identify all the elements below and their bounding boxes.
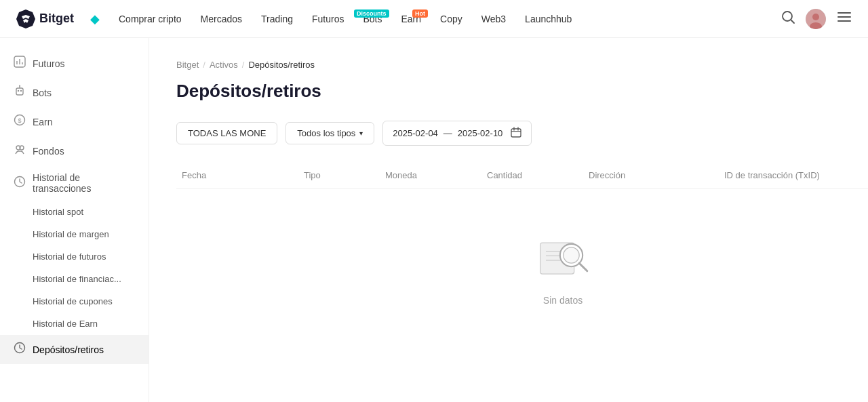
date-to: 2025-02-10 bbox=[458, 128, 503, 138]
nav-item-launchhub[interactable]: Launchhub bbox=[517, 8, 580, 30]
depositos-icon bbox=[14, 342, 26, 357]
svg-line-35 bbox=[579, 263, 587, 271]
user-avatar[interactable] bbox=[806, 9, 826, 29]
breadcrumb: Bitget / Activos / Depósitos/retiros bbox=[176, 60, 868, 70]
nav-item-earn[interactable]: Earn Hot bbox=[393, 8, 430, 30]
sidebar-subitem-historial-spot[interactable]: Historial spot bbox=[0, 201, 149, 223]
svg-point-34 bbox=[564, 247, 579, 263]
date-from: 2025-02-04 bbox=[393, 128, 438, 138]
svg-point-16 bbox=[19, 85, 20, 87]
svg-point-13 bbox=[18, 90, 19, 92]
empty-state: Sin datos bbox=[176, 189, 868, 346]
breadcrumb-current: Depósitos/retiros bbox=[248, 60, 315, 70]
date-range-filter[interactable]: 2025-02-04 — 2025-02-10 bbox=[382, 121, 532, 146]
sidebar-subitem-historial-futuros[interactable]: Historial de futuros bbox=[0, 245, 149, 268]
sidebar-subitem-historial-earn[interactable]: Historial de Earn bbox=[0, 313, 149, 335]
sidebar: Futuros Bots $ Earn bbox=[0, 38, 149, 402]
table-header: Fecha Tipo Moneda Cantidad Dirección ID … bbox=[176, 162, 868, 189]
empty-text: Sin datos bbox=[543, 295, 583, 306]
col-fecha: Fecha bbox=[176, 170, 298, 180]
nav-right bbox=[781, 9, 852, 29]
top-navigation: Bitget ◆ Comprar cripto Mercados Trading… bbox=[0, 0, 868, 38]
page-title: Depósitos/retiros bbox=[176, 81, 868, 102]
col-moneda: Moneda bbox=[380, 170, 481, 180]
svg-point-14 bbox=[20, 90, 22, 92]
page-layout: Futuros Bots $ Earn bbox=[0, 38, 868, 402]
filters-row: TODAS LAS MONE Todos los tipos ▾ 2025-02… bbox=[176, 121, 868, 146]
col-txid: ID de transacción (TxID) bbox=[719, 170, 868, 180]
col-cantidad: Cantidad bbox=[481, 170, 583, 180]
breadcrumb-activos[interactable]: Activos bbox=[210, 60, 238, 70]
logo[interactable]: Bitget bbox=[16, 9, 74, 28]
sidebar-item-historial-transacciones[interactable]: Historial de transacciones bbox=[0, 165, 149, 201]
nav-item-copy[interactable]: Copy bbox=[432, 8, 471, 30]
bots-badge: Discounts bbox=[354, 9, 389, 18]
nav-item-bots[interactable]: Bots Discounts bbox=[355, 8, 390, 30]
nav-item-comprar[interactable]: Comprar cripto bbox=[111, 8, 190, 30]
calendar-icon bbox=[511, 127, 521, 140]
nav-item-web3[interactable]: Web3 bbox=[473, 8, 514, 30]
sidebar-subitem-historial-financiamiento[interactable]: Historial de financiac... bbox=[0, 268, 149, 290]
type-chevron-icon: ▾ bbox=[359, 129, 363, 137]
nav-item-mercados[interactable]: Mercados bbox=[193, 8, 250, 30]
empty-illustration bbox=[529, 230, 597, 284]
nav-item-futuros[interactable]: Futuros bbox=[304, 8, 352, 30]
hamburger-menu[interactable] bbox=[837, 9, 852, 28]
nav-items: Comprar cripto Mercados Trading Futuros … bbox=[111, 8, 781, 30]
sidebar-item-bots[interactable]: Bots bbox=[0, 78, 149, 107]
sidebar-item-futuros[interactable]: Futuros bbox=[0, 49, 149, 78]
futuros-icon bbox=[14, 56, 26, 71]
sidebar-item-depositos-retiros[interactable]: Depósitos/retiros bbox=[0, 335, 149, 364]
type-filter[interactable]: Todos los tipos ▾ bbox=[285, 122, 374, 144]
main-content: Bitget / Activos / Depósitos/retiros Dep… bbox=[149, 38, 868, 402]
svg-text:$: $ bbox=[18, 117, 21, 124]
sidebar-subitem-historial-cupones[interactable]: Historial de cupones bbox=[0, 290, 149, 313]
fondos-icon bbox=[14, 143, 26, 159]
historial-icon bbox=[14, 176, 26, 191]
col-direccion: Dirección bbox=[583, 170, 719, 180]
breadcrumb-bitget[interactable]: Bitget bbox=[176, 60, 199, 70]
svg-rect-23 bbox=[511, 129, 521, 137]
sidebar-subitem-historial-margen[interactable]: Historial de margen bbox=[0, 223, 149, 245]
earn-icon: $ bbox=[14, 114, 26, 129]
search-button[interactable] bbox=[781, 10, 795, 27]
date-separator: — bbox=[443, 128, 452, 138]
sidebar-item-fondos[interactable]: Fondos bbox=[0, 136, 149, 165]
col-tipo: Tipo bbox=[298, 170, 380, 180]
diamond-icon: ◆ bbox=[90, 12, 100, 26]
bots-icon bbox=[14, 85, 26, 100]
nav-item-trading[interactable]: Trading bbox=[253, 8, 301, 30]
svg-point-3 bbox=[812, 14, 819, 20]
svg-rect-12 bbox=[16, 88, 23, 95]
currency-filter[interactable]: TODAS LAS MONE bbox=[176, 122, 277, 144]
earn-badge: Hot bbox=[412, 9, 428, 18]
sidebar-item-earn[interactable]: $ Earn bbox=[0, 107, 149, 136]
svg-line-1 bbox=[791, 20, 795, 24]
